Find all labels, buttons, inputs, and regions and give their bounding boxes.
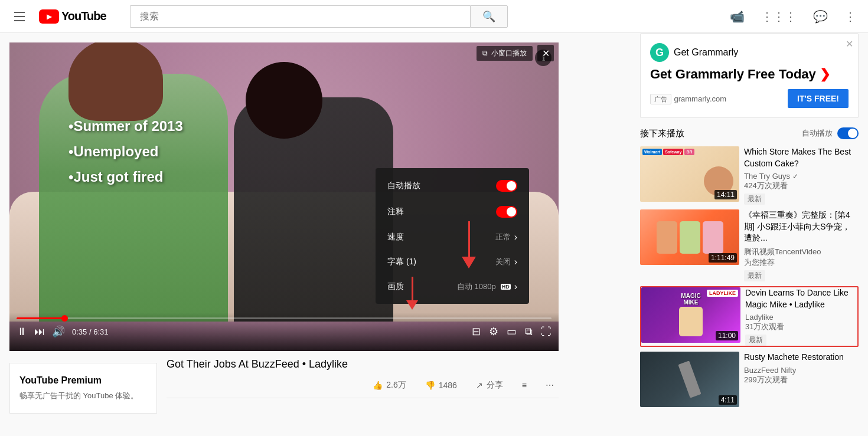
header-left: YouTube (9, 7, 106, 26)
share-icon: ↗ (476, 381, 483, 390)
share-button[interactable]: ↗ 分享 (471, 378, 508, 393)
thumb-container-4: 4:11 (640, 352, 739, 407)
progress-bar[interactable] (17, 317, 552, 319)
header: YouTube 🔍 📹 ⋮⋮⋮ 💬 ⋮ (0, 0, 868, 33)
hd-badge: HD (501, 284, 511, 290)
settings-quality-value: 自动 1080p HD › (457, 281, 517, 292)
pause-button[interactable]: ⏸ (17, 326, 27, 338)
progress-fill (17, 317, 65, 319)
video-controls: ⏸ ⏭ 🔊 0:35 / 6:31 ⊟ ⚙ ▭ ⧉ ⛶ (9, 313, 559, 351)
store-logos: Walmart Safeway BR (642, 149, 694, 155)
next-button[interactable]: ⏭ (34, 326, 45, 338)
header-right: 📹 ⋮⋮⋮ 💬 ⋮ (727, 7, 859, 26)
card-tag-3: 最新 (745, 335, 766, 346)
overlay-line-2: •Unemployed (68, 139, 183, 164)
ad-headline: Get Grammarly Free Today ❯ (650, 67, 849, 82)
video-card-1[interactable]: Walmart Safeway BR 14:11 Which Store Mak… (640, 146, 859, 205)
sidebar: ✕ G Get Grammarly Get Grammarly Free Tod… (631, 33, 868, 436)
card-title-2: 《幸福三重奏》完整版：[第4期] 小S跟汪小菲向大S争宠，遭於... (744, 209, 859, 244)
more-actions-button[interactable]: ⋯ (541, 378, 559, 392)
more-icon: ⋯ (546, 381, 554, 390)
controls-right: ⊟ ⚙ ▭ ⧉ ⛶ (472, 325, 552, 338)
channel-name-2: 腾讯视频TencentVideo (744, 247, 821, 257)
search-button[interactable]: 🔍 (470, 5, 508, 28)
video-card-3[interactable]: MAGICMIKE LADYLIKE 11:00 Devin Learns To… (640, 286, 859, 347)
total-time: 6:31 (93, 327, 108, 336)
save-icon: ≡ (522, 381, 527, 390)
settings-autoplay-label: 自动播放 (387, 181, 496, 191)
thumb-duration-3: 11:00 (716, 331, 738, 340)
card-tag-2: 最新 (744, 270, 765, 281)
dislike-count: 1486 (439, 381, 457, 390)
video-section: •Summer of 2013 •Unemployed •Just got fi… (0, 33, 631, 436)
br-logo: BR (684, 149, 694, 155)
notifications-icon[interactable]: 💬 (811, 7, 830, 26)
video-actions: 👍 2.6万 👎 1486 ↗ 分享 ≡ (167, 378, 559, 398)
settings-quality-row[interactable]: 画质 自动 1080p HD › (376, 274, 529, 299)
video-card-4[interactable]: 4:11 Rusty Machete Restoration BuzzFeed … (640, 352, 859, 407)
camera-icon[interactable]: 📹 (727, 7, 747, 26)
mini-window-button[interactable]: ⧉ 小窗口播放 (477, 46, 533, 61)
arrow-head (462, 257, 476, 268)
current-time: 0:35 (72, 327, 87, 336)
settings-annotations-row[interactable]: 注释 (376, 199, 529, 225)
save-button[interactable]: ≡ (517, 378, 531, 392)
settings-speed-row[interactable]: 速度 正常 › (376, 225, 529, 250)
settings-speed-label: 速度 (387, 232, 495, 242)
overlay-line-3: •Just got fired (68, 164, 183, 189)
logo-text: YouTube (61, 9, 106, 23)
ad-logo-row: G Get Grammarly (650, 43, 849, 62)
autoplay-label: 自动播放 (802, 128, 833, 139)
more-icon[interactable]: ⋮ (842, 7, 859, 26)
premium-description: 畅享无广告干扰的 YouTube 体验。 (19, 391, 147, 401)
video-overlay: •Summer of 2013 •Unemployed •Just got fi… (9, 42, 559, 351)
video-card-2[interactable]: 1:11:49 《幸福三重奏》完整版：[第4期] 小S跟汪小菲向大S争宠，遭於.… (640, 209, 859, 281)
annotations-toggle[interactable] (496, 206, 517, 218)
overlay-line-1: •Summer of 2013 (68, 113, 183, 139)
card-channel-1: The Try Guys ✓ (744, 172, 859, 181)
settings-subtitles-row[interactable]: 字幕 (1) 关闭 › (376, 250, 529, 274)
ad-cta-button[interactable]: IT'S FREE! (788, 89, 849, 108)
channel-name-4: BuzzFeed Nifty (744, 366, 796, 375)
dislike-button[interactable]: 👎 1486 (420, 378, 462, 392)
volume-button[interactable]: 🔊 (52, 325, 65, 338)
ad-container: ✕ G Get Grammarly Get Grammarly Free Tod… (640, 33, 859, 118)
thumb-duration-1: 14:11 (714, 190, 737, 199)
fullscreen-button[interactable]: ⛶ (541, 326, 552, 338)
search-input[interactable] (130, 5, 470, 28)
arrow-annotation-2 (406, 277, 418, 310)
autoplay-toggle[interactable] (496, 180, 517, 192)
ad-badge: 广告 (650, 94, 671, 104)
channel-name-3: Ladylike (745, 313, 774, 322)
thumb-duration-4: 4:11 (719, 395, 737, 405)
verified-badge-1: ✓ (792, 172, 798, 181)
like-button[interactable]: 👍 2.6万 (368, 378, 410, 393)
logo[interactable]: YouTube (39, 9, 106, 24)
miniplayer-button[interactable]: ⧉ (525, 326, 533, 338)
ad-close-button[interactable]: ✕ (846, 38, 853, 50)
mini-window-label: 小窗口播放 (491, 48, 527, 58)
autoplay-toggle-sidebar[interactable] (837, 127, 859, 139)
hamburger-menu[interactable] (9, 7, 30, 26)
card-views-3: 31万次观看 (745, 322, 857, 332)
search-bar: 🔍 (130, 5, 508, 28)
thumb-container-3: MAGICMIKE LADYLIKE 11:00 (641, 287, 740, 343)
arrow-line (468, 221, 470, 257)
ad-arrow: ❯ (820, 67, 830, 81)
settings-annotations-label: 注释 (387, 206, 496, 217)
video-title-area: Got Their Jobs At BuzzFeed • Ladylike 👍 … (167, 358, 559, 398)
theater-button[interactable]: ▭ (507, 325, 517, 338)
subtitles-button[interactable]: ⊟ (472, 325, 481, 338)
settings-button[interactable]: ⚙ (489, 325, 498, 338)
youtube-logo-icon (39, 9, 59, 24)
card-title-3: Devin Learns To Dance Like Magic Mike • … (745, 287, 857, 310)
search-icon: 🔍 (482, 10, 495, 23)
quality-chevron: › (514, 281, 517, 292)
apps-icon[interactable]: ⋮⋮⋮ (759, 7, 799, 26)
video-player[interactable]: •Summer of 2013 •Unemployed •Just got fi… (9, 42, 559, 351)
up-next-label: 接下来播放 (640, 128, 684, 139)
settings-autoplay-row[interactable]: 自动播放 (376, 173, 529, 199)
premium-title: YouTube Premium (19, 375, 147, 386)
mini-window-close[interactable]: ✕ (537, 45, 554, 61)
main-layout: •Summer of 2013 •Unemployed •Just got fi… (0, 0, 868, 436)
